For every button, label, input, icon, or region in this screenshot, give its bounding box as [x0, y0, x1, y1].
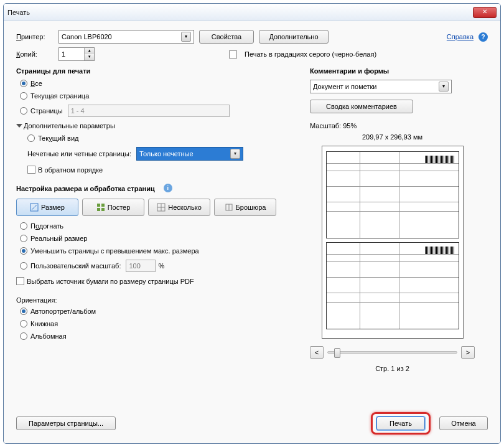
orientation-title: Ориентация: [16, 296, 297, 304]
window-title: Печать [7, 9, 473, 16]
printer-value: Canon LBP6020 [62, 33, 112, 40]
dimensions-label: 209,97 x 296,93 мм [310, 133, 475, 141]
comments-value: Документ и пометки [313, 83, 376, 90]
dialog-footer: Параметры страницы... Печать Отмена [4, 407, 500, 443]
help-icon[interactable]: ? [478, 32, 488, 42]
radio-custom[interactable] [20, 262, 27, 270]
odd-even-label: Нечетные или четные страницы: [27, 150, 131, 158]
spin-up-icon[interactable]: ▴ [84, 48, 94, 54]
svg-rect-2 [101, 204, 105, 207]
printer-select[interactable]: Canon LBP6020 ▾ [58, 30, 194, 44]
radio-shrink-label: Уменьшить страницы с превышением макс. р… [30, 247, 199, 255]
grayscale-checkbox[interactable] [229, 50, 237, 59]
page-counter: Стр. 1 из 2 [310, 365, 475, 372]
radio-fit-label: Подогнать [30, 222, 63, 230]
radio-pages[interactable] [20, 107, 27, 115]
tab-booklet[interactable]: Брошюра [214, 199, 276, 216]
properties-button[interactable]: Свойства [199, 30, 254, 44]
radio-fit[interactable] [20, 222, 27, 230]
percent-label: % [158, 262, 164, 270]
odd-even-select[interactable]: Только нечетные ▾ [136, 147, 243, 161]
prev-page-button[interactable]: < [310, 346, 324, 359]
comments-section-title: Комментарии и формы [310, 67, 475, 75]
preview-nav: < > [310, 346, 475, 359]
svg-rect-4 [101, 208, 105, 211]
paper-source-label: Выбрать источник бумаги по размеру стран… [27, 278, 194, 285]
printer-label: Принтер: [16, 33, 54, 40]
next-page-button[interactable]: > [461, 346, 475, 359]
sizing-tabs: Размер Постер Несколько Брошюра [16, 199, 297, 216]
radio-all-label: Все [30, 80, 42, 87]
dialog-content: Принтер: Canon LBP6020 ▾ Свойства Дополн… [4, 21, 500, 407]
paper-source-checkbox[interactable] [16, 277, 24, 285]
radio-current-view[interactable] [27, 134, 35, 142]
close-button[interactable]: ✕ [473, 7, 497, 18]
slider-thumb[interactable] [334, 348, 340, 358]
radio-auto-label: Автопортрет/альбом [30, 308, 96, 315]
cancel-button[interactable]: Отмена [439, 416, 488, 430]
pages-range-input[interactable] [68, 105, 230, 117]
titlebar: Печать ✕ [4, 4, 500, 21]
radio-custom-label: Пользовательский масштаб: [30, 262, 121, 270]
svg-rect-3 [97, 208, 100, 211]
preview-doc-2 [326, 242, 459, 329]
expand-toggle-icon[interactable] [16, 124, 22, 128]
advanced-button[interactable]: Дополнительно [259, 30, 329, 44]
chevron-down-icon: ▾ [439, 82, 449, 92]
copies-spinner[interactable]: ▴▾ [58, 47, 95, 61]
pages-section-title: Страницы для печати [16, 67, 297, 75]
copies-input[interactable] [59, 48, 84, 60]
custom-scale-input[interactable] [126, 260, 156, 272]
summarize-comments-button[interactable]: Сводка комментариев [310, 100, 413, 113]
radio-landscape[interactable] [20, 332, 27, 340]
chevron-down-icon: ▾ [230, 149, 240, 159]
radio-pages-label: Страницы [30, 107, 63, 115]
chevron-down-icon: ▾ [181, 32, 191, 42]
copies-label: Копий: [16, 50, 54, 58]
preview-slider[interactable] [327, 351, 457, 354]
multi-icon [157, 203, 166, 212]
page-setup-button[interactable]: Параметры страницы... [16, 416, 116, 430]
sizing-section-title: Настройка размера и обработка страниц [16, 185, 155, 192]
more-options-label[interactable]: Дополнительные параметры [24, 122, 115, 129]
print-preview [322, 146, 464, 339]
radio-current[interactable] [20, 92, 27, 100]
print-highlight: Печать [371, 412, 431, 435]
radio-actual-label: Реальный размер [30, 235, 87, 242]
tab-poster[interactable]: Постер [82, 199, 144, 216]
help-link[interactable]: Справка [447, 33, 474, 40]
copies-row: Копий: ▴▾ Печать в градациях серого (чер… [16, 47, 488, 61]
radio-shrink[interactable] [20, 247, 27, 255]
print-dialog: Печать ✕ Принтер: Canon LBP6020 ▾ Свойст… [3, 3, 501, 444]
poster-icon [96, 203, 105, 212]
svg-rect-1 [97, 204, 100, 207]
radio-current-label: Текущая страница [30, 92, 89, 100]
radio-auto-orient[interactable] [20, 308, 27, 315]
scale-label: Масштаб: 95% [310, 122, 475, 129]
radio-actual[interactable] [20, 235, 27, 242]
grayscale-label: Печать в градациях серого (черно-белая) [245, 50, 376, 58]
odd-even-value: Только нечетные [139, 150, 193, 158]
info-icon[interactable]: i [164, 184, 172, 192]
radio-portrait[interactable] [20, 320, 27, 327]
reverse-checkbox[interactable] [27, 166, 35, 174]
preview-doc-1 [326, 151, 459, 238]
booklet-icon [225, 203, 233, 212]
radio-portrait-label: Книжная [30, 320, 58, 327]
reverse-label: В обратном порядке [38, 166, 103, 174]
tab-multi[interactable]: Несколько [148, 199, 210, 216]
print-button[interactable]: Печать [376, 416, 425, 430]
spin-down-icon[interactable]: ▾ [84, 54, 94, 60]
radio-current-view-label: Текущий вид [38, 134, 78, 142]
size-icon [30, 203, 39, 212]
tab-size[interactable]: Размер [16, 199, 78, 216]
radio-all[interactable] [20, 80, 27, 87]
printer-row: Принтер: Canon LBP6020 ▾ Свойства Дополн… [16, 30, 488, 44]
radio-landscape-label: Альбомная [30, 332, 67, 340]
comments-select[interactable]: Документ и пометки ▾ [310, 80, 452, 93]
